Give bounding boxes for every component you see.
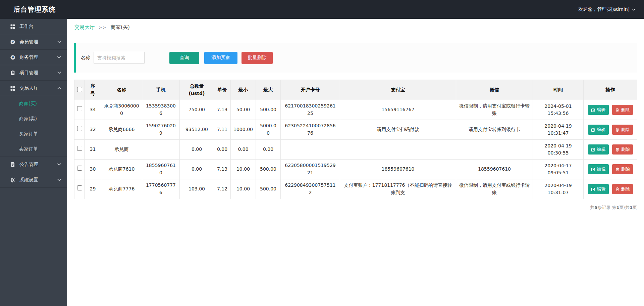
table-row: 29承兑商777617705607776103.007.1210.00500.0… bbox=[74, 179, 637, 199]
table-row: 32承兑商66661590276020993512.007.111000.005… bbox=[74, 120, 637, 140]
column-header-max: 最大 bbox=[256, 80, 281, 100]
svg-text:V: V bbox=[12, 40, 14, 43]
edit-button-label: 编辑 bbox=[597, 107, 606, 113]
select-all-checkbox[interactable] bbox=[77, 87, 82, 92]
cell-price: 0.00 bbox=[214, 140, 231, 160]
chevron-down-icon bbox=[57, 179, 61, 181]
edit-button[interactable]: 编辑 bbox=[588, 164, 609, 174]
column-header-price: 单价 bbox=[214, 80, 231, 100]
merchants-table: 序号名称手机总数量(ustd)单价最小最大开户卡号支付宝微信时间操作 34承兑商… bbox=[74, 80, 637, 199]
cell-wechat: 请用支付宝转账到银行卡 bbox=[456, 120, 533, 140]
cell-name: 承兑商 bbox=[101, 140, 142, 160]
cell-total: 0.00 bbox=[180, 140, 214, 160]
cell-phone bbox=[142, 140, 180, 160]
cell-name: 承兑商6666 bbox=[101, 120, 142, 140]
project-icon bbox=[10, 70, 15, 76]
sidebar-item-notice-management[interactable]: 公告管理 bbox=[0, 157, 67, 172]
cell-total: 0.00 bbox=[180, 160, 214, 179]
cell-min: 0.00 bbox=[231, 140, 256, 160]
row-checkbox[interactable] bbox=[77, 126, 82, 131]
column-header-time: 时间 bbox=[533, 80, 584, 100]
row-checkbox[interactable] bbox=[77, 106, 82, 111]
column-header-alipay: 支付宝 bbox=[340, 80, 456, 100]
edit-button-label: 编辑 bbox=[597, 127, 606, 133]
cell-time: 2020-04-1900:30:55 bbox=[533, 140, 584, 160]
edit-button[interactable]: 编辑 bbox=[588, 125, 609, 135]
sidebar-subitem-seller-orders[interactable]: 卖家订单 bbox=[0, 141, 67, 157]
delete-button-label: 删除 bbox=[621, 107, 630, 113]
delete-button[interactable]: 删除 bbox=[612, 164, 633, 174]
edit-button-label: 编辑 bbox=[597, 166, 606, 172]
finance-icon: ¥ bbox=[10, 55, 15, 60]
content: 名称 查询 添加买家 批量删除 序号名称手机总数量(ustd)单价最小最大开户卡… bbox=[67, 36, 644, 217]
cell-alipay bbox=[340, 140, 456, 160]
cell-alipay: 18559607610 bbox=[340, 160, 456, 179]
edit-button[interactable]: 编辑 bbox=[588, 105, 609, 115]
sidebar-item-trading-hall[interactable]: 交易大厅 bbox=[0, 81, 67, 96]
edit-button[interactable]: 编辑 bbox=[588, 144, 609, 155]
cell-phone: 18559607610 bbox=[142, 160, 180, 179]
cell-card: 6230580000151952921 bbox=[281, 160, 340, 179]
delete-button[interactable]: 删除 bbox=[612, 125, 633, 135]
cell-max: 0.00 bbox=[256, 140, 281, 160]
sidebar: 工作台V会员管理¥财务管理项目管理交易大厅商家(买)商家(卖)买家订单卖家订单公… bbox=[0, 19, 67, 306]
sidebar-item-label: 会员管理 bbox=[19, 39, 57, 45]
row-checkbox[interactable] bbox=[77, 166, 82, 171]
add-buyer-button[interactable]: 添加买家 bbox=[204, 52, 237, 64]
sidebar-item-finance-management[interactable]: ¥财务管理 bbox=[0, 50, 67, 65]
delete-button-label: 删除 bbox=[621, 127, 630, 133]
cell-card: 6217001830025926125 bbox=[281, 100, 340, 120]
grid-icon bbox=[10, 24, 15, 29]
cell-id: 30 bbox=[85, 160, 101, 179]
chevron-down-icon bbox=[632, 8, 635, 11]
cell-total: 750.00 bbox=[180, 100, 214, 120]
cell-wechat bbox=[456, 140, 533, 160]
row-checkbox[interactable] bbox=[77, 146, 82, 151]
sidebar-item-label: 工作台 bbox=[19, 24, 61, 30]
cell-max: 500.00 bbox=[256, 160, 281, 179]
edit-button-label: 编辑 bbox=[597, 186, 606, 192]
table-body: 34承兑商3006000015359383006750.007.1350.005… bbox=[74, 100, 637, 199]
search-input[interactable] bbox=[94, 52, 145, 64]
sidebar-subitem-merchant-buy[interactable]: 商家(买) bbox=[0, 96, 67, 111]
delete-button-label: 删除 bbox=[621, 166, 630, 172]
edit-button[interactable]: 编辑 bbox=[588, 184, 609, 194]
cell-actions: 编辑删除 bbox=[584, 100, 637, 120]
sidebar-item-project-management[interactable]: 项目管理 bbox=[0, 65, 67, 81]
batch-delete-button[interactable]: 批量删除 bbox=[241, 52, 273, 64]
cell-wechat: 18559607610 bbox=[456, 160, 533, 179]
sidebar-item-member-management[interactable]: V会员管理 bbox=[0, 34, 67, 50]
cell-phone: 15902760209 bbox=[142, 120, 180, 140]
edit-button-label: 编辑 bbox=[597, 146, 606, 152]
delete-button[interactable]: 删除 bbox=[612, 144, 633, 155]
chevron-down-icon bbox=[57, 56, 61, 58]
sidebar-item-system-settings[interactable]: 系统设置 bbox=[0, 172, 67, 188]
delete-button[interactable]: 删除 bbox=[612, 184, 633, 194]
cell-actions: 编辑删除 bbox=[584, 120, 637, 140]
breadcrumb-parent-link[interactable]: 交易大厅 bbox=[74, 24, 95, 31]
search-panel: 名称 查询 添加买家 批量删除 bbox=[74, 43, 637, 73]
row-checkbox[interactable] bbox=[77, 185, 82, 190]
cell-time: 2020-04-1910:31:07 bbox=[533, 179, 584, 199]
sidebar-subitem-merchant-sell[interactable]: 商家(卖) bbox=[0, 111, 67, 126]
column-header-name: 名称 bbox=[101, 80, 142, 100]
table-header-row: 序号名称手机总数量(ustd)单价最小最大开户卡号支付宝微信时间操作 bbox=[74, 80, 637, 100]
column-header-actions: 操作 bbox=[584, 80, 637, 100]
breadcrumb-separator: >> bbox=[99, 25, 107, 30]
sidebar-subitem-buyer-orders[interactable]: 买家订单 bbox=[0, 126, 67, 141]
cell-name: 承兑商7610 bbox=[101, 160, 142, 179]
query-button[interactable]: 查询 bbox=[169, 52, 199, 64]
cell-id: 31 bbox=[85, 140, 101, 160]
chevron-down-icon bbox=[57, 41, 61, 43]
cell-id: 32 bbox=[85, 120, 101, 140]
delete-button[interactable]: 删除 bbox=[612, 105, 633, 115]
user-menu[interactable]: 欢迎您，管理员[admin] bbox=[578, 6, 635, 12]
cell-card: 6230522410007285676 bbox=[281, 120, 340, 140]
top-header: 后台管理系统 欢迎您，管理员[admin] bbox=[0, 0, 644, 19]
cell-total: 103.00 bbox=[180, 179, 214, 199]
cell-time: 2020-04-1709:05:51 bbox=[533, 160, 584, 179]
cell-min: 1000.00 bbox=[231, 120, 256, 140]
sidebar-item-workbench[interactable]: 工作台 bbox=[0, 19, 67, 34]
cell-min: 50.00 bbox=[231, 100, 256, 120]
sidebar-item-label: 财务管理 bbox=[19, 54, 57, 60]
